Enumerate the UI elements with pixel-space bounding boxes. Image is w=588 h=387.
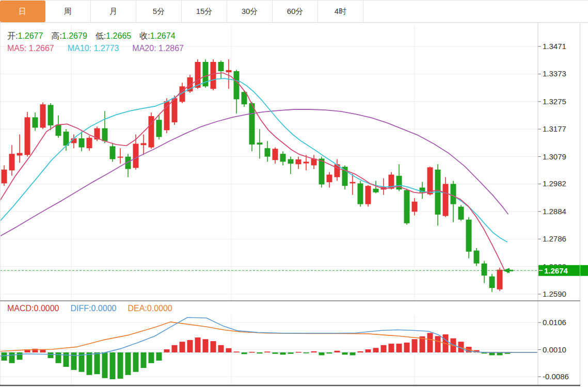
macd-bar — [373, 348, 379, 352]
candle-body — [412, 202, 418, 212]
macd-bar — [110, 352, 116, 379]
candle-body — [443, 184, 449, 216]
macd-axis-label: -0.0086 — [543, 372, 569, 381]
macd-bar — [118, 352, 123, 379]
candle-body — [156, 120, 162, 137]
tab-day[interactable]: 日 — [0, 1, 45, 22]
macd-bar — [489, 352, 495, 355]
macd-bar — [125, 352, 131, 375]
candle-body — [48, 105, 54, 125]
macd-bar — [133, 352, 139, 372]
open-label: 开: — [7, 31, 18, 40]
macd-bar — [365, 349, 371, 352]
macd-bar — [396, 344, 402, 352]
macd-bar — [257, 352, 263, 353]
candle-body — [102, 128, 108, 141]
ma10-line — [0, 78, 507, 242]
macd-bar — [234, 351, 240, 352]
candle-body — [497, 270, 503, 289]
price-axis-label: 1.3177 — [543, 124, 566, 133]
macd-bar — [381, 345, 387, 352]
open-value: 1.2677 — [18, 31, 43, 40]
candle-body — [87, 138, 92, 148]
macd-bar — [389, 344, 394, 352]
candle-body — [280, 154, 286, 162]
macd-bar — [280, 352, 286, 354]
tab-month[interactable]: 月 — [91, 1, 136, 22]
macd-bar — [164, 349, 170, 352]
macd-bar — [218, 345, 224, 352]
macd-bar — [87, 352, 92, 375]
close-label: 收: — [139, 31, 150, 40]
tab-30min[interactable]: 30分 — [227, 1, 273, 22]
ma5-value: MA5: 1.2667 — [7, 44, 54, 53]
candle-body — [288, 159, 294, 164]
candle-body — [489, 277, 495, 288]
macd-bar — [412, 339, 418, 352]
candle-body — [118, 157, 123, 158]
high-value: 1.2679 — [62, 31, 87, 40]
macd-bar — [187, 340, 193, 352]
chart-canvas[interactable]: 1.34711.33731.32751.31771.30791.29821.28… — [0, 0, 588, 387]
candle-body — [365, 186, 371, 204]
macd-bar — [56, 352, 61, 363]
tab-5min[interactable]: 5分 — [136, 1, 182, 22]
macd-bar — [304, 352, 309, 353]
candle-body — [25, 117, 30, 155]
macd-bar — [288, 352, 294, 354]
candle-body — [451, 184, 456, 204]
macd-bar — [2, 352, 7, 361]
macd-bar — [9, 352, 15, 363]
macd-bar — [342, 352, 348, 354]
macd-bar — [358, 351, 363, 352]
candle-body — [133, 144, 139, 168]
macd-bar — [156, 352, 162, 361]
candle-body — [404, 190, 410, 223]
price-axis-label: 1.2884 — [543, 207, 566, 216]
candle-body — [226, 70, 232, 72]
macd-bar — [296, 352, 301, 353]
macd-bar — [273, 352, 278, 354]
candle-body — [17, 153, 23, 155]
tab-week[interactable]: 周 — [45, 1, 91, 22]
macd-value: MACD:0.0000 — [7, 304, 59, 313]
candle-body — [373, 189, 379, 192]
low-value: 1.2665 — [106, 31, 131, 40]
candle-body — [141, 143, 147, 145]
ma10-value: MA10: 1.2773 — [68, 44, 119, 53]
price-axis-label: 1.3471 — [543, 42, 566, 51]
candle-body — [56, 125, 61, 136]
low-label: 低: — [96, 31, 106, 40]
candle-body — [257, 142, 263, 144]
candle-body — [110, 146, 116, 159]
macd-bar — [149, 352, 154, 363]
diff-line — [0, 317, 537, 356]
diff-value: DIFF:0.0000 — [71, 304, 117, 313]
tab-4hour[interactable]: 4时 — [318, 1, 363, 22]
macd-bar — [203, 339, 209, 352]
candle-body — [327, 174, 332, 182]
tab-60min[interactable]: 60分 — [273, 1, 318, 22]
price-axis-label: 1.3373 — [543, 69, 566, 78]
dea-value: DEA:0.0000 — [128, 304, 172, 313]
candle-body — [2, 170, 7, 184]
candle-body — [304, 162, 309, 163]
candle-body — [79, 138, 85, 147]
candle-body — [319, 158, 325, 184]
macd-bar — [180, 342, 185, 352]
candle-body — [358, 183, 363, 204]
macd-bar — [311, 351, 317, 352]
price-axis-label: 1.2590 — [543, 289, 566, 298]
candle-body — [211, 62, 216, 89]
macd-bar — [226, 348, 232, 352]
candle-body — [218, 62, 224, 71]
macd-bar — [242, 352, 247, 354]
macd-axis-label: 0.0010 — [543, 345, 566, 354]
candle-body — [265, 148, 271, 156]
candle-body — [249, 103, 255, 144]
macd-bar — [94, 352, 100, 374]
price-axis-label: 1.2982 — [543, 179, 566, 188]
tab-15min[interactable]: 15分 — [182, 1, 227, 22]
trading-chart-window: { "tabs": { "active_index": 0, "items": … — [0, 0, 588, 387]
macd-bar — [48, 352, 54, 358]
